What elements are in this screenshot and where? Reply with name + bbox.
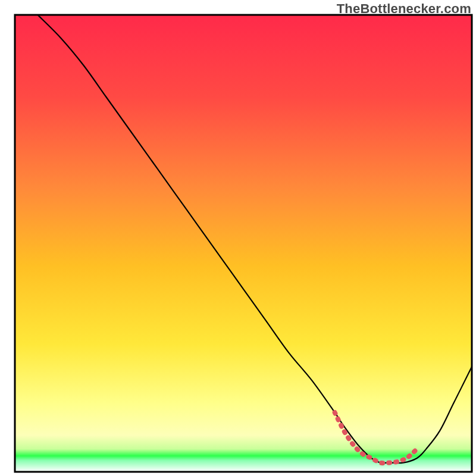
plot-background — [15, 15, 472, 472]
chart-container: TheBottlenecker.com — [0, 0, 476, 476]
watermark-label: TheBottlenecker.com — [337, 1, 471, 17]
bottleneck-chart — [0, 0, 476, 476]
